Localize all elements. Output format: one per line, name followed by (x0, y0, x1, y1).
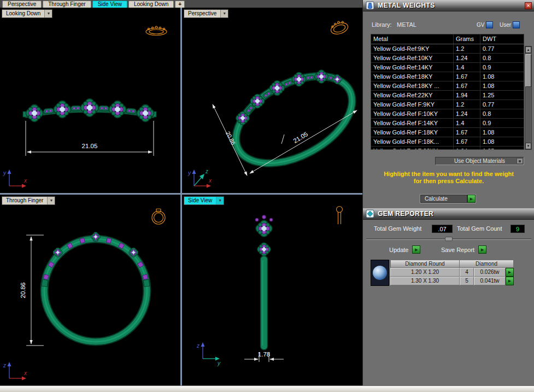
column-header-metal[interactable]: Metal (371, 34, 453, 44)
metal-row[interactable]: Yellow Gold-Ref:22KY1.941.25 (371, 91, 524, 100)
metal-row[interactable]: Yellow Gold-Ref F:18K...1.671.08 (371, 137, 524, 147)
metal-row[interactable]: Yellow Gold-Ref:18KY1.671.08 (371, 72, 524, 81)
update-button[interactable]: Update (389, 247, 408, 253)
metal-cell: 1.4 (453, 119, 480, 127)
user-icon[interactable] (513, 21, 520, 28)
gem-reporter-header: GEM REPORTER ✕ (363, 208, 534, 220)
metal-cell: 1.08 (480, 128, 524, 137)
viewport-title-perspective[interactable]: Perspective ▼ (184, 9, 228, 18)
calculate-go-icon[interactable]: ▶ (467, 195, 476, 203)
metal-cell: 1.67 (453, 72, 480, 81)
metal-row[interactable]: Yellow Gold-Ref F:14KY1.40.9 (371, 119, 524, 128)
viewport-title-side-view[interactable]: Side View ▼ (184, 196, 224, 205)
metal-cell: Yellow Gold-Ref F:9KY (371, 100, 453, 109)
tab-looking-down[interactable]: Looking Down (128, 1, 174, 8)
metal-table-scrollbar[interactable]: ▲ ▼ (525, 46, 532, 150)
status-bar (0, 385, 534, 392)
calculate-button[interactable]: Calculate (420, 195, 467, 203)
metal-cell: 1.08 (480, 137, 524, 146)
looking-down-canvas[interactable]: 21.05 y x (0, 8, 180, 193)
tab-perspective[interactable]: Perspective (2, 1, 42, 8)
viewport-title-label[interactable]: Perspective (184, 10, 220, 17)
metal-row[interactable]: Yellow Gold-Ref F:10KY1.240.8 (371, 109, 524, 119)
panel-splitter-handle[interactable] (445, 237, 453, 241)
gem-row-expand-icon[interactable]: ▶ (506, 277, 514, 285)
metal-row[interactable]: Yellow Gold-Ref F:9KY1.20.77 (371, 100, 524, 109)
chevron-down-icon[interactable]: ▼ (220, 10, 228, 17)
diamond-image (373, 266, 387, 280)
save-report-go-icon[interactable]: ▶ (478, 245, 486, 254)
svg-text:x: x (24, 178, 27, 184)
metal-cell: 1.08 (480, 72, 524, 81)
viewport-title-looking-down[interactable]: Looking Down ▼ (2, 9, 52, 18)
metal-cell: 0.9 (480, 63, 524, 72)
calculate-group: Calculate ▶ (420, 194, 476, 203)
viewport-title-label[interactable]: Looking Down (2, 10, 44, 17)
metal-row[interactable]: Yellow Gold-Ref:10KY1.240.8 (371, 54, 524, 63)
chevron-down-icon[interactable]: ▼ (216, 197, 224, 204)
metal-weights-header: METAL WEIGHTS ✕ (363, 0, 534, 11)
viewport-title-through-finger[interactable]: Through Finger ▼ (2, 196, 55, 205)
svg-text:y: y (3, 170, 7, 176)
metal-row[interactable]: Yellow Gold-Ref F:18KY1.671.08 (371, 128, 524, 137)
metal-cell: 0.8 (480, 54, 524, 62)
tab-through-finger[interactable]: Through Finger (43, 1, 91, 8)
viewport-perspective[interactable]: 21.05 20.86 y z x (182, 8, 362, 193)
viewport-title-label[interactable]: Side View (184, 197, 216, 204)
gem-table-body: 1.20 X 1.2040.026tw▶1.30 X 1.3050.041tw▶ (390, 268, 514, 285)
viewport-side-view[interactable]: 1.78 z y Side View ▼ (182, 195, 362, 385)
metal-table-header: Metal Grams DWT (371, 34, 524, 44)
user-button[interactable]: User (500, 21, 520, 28)
gem-table-header: Diamond Round Diamond (390, 260, 514, 268)
use-object-materials-menu-icon[interactable] (517, 158, 523, 164)
gv-button[interactable]: GV (477, 21, 493, 28)
use-object-materials-label: Use Object Materials (454, 158, 505, 164)
scroll-down-icon[interactable]: ▼ (525, 143, 531, 149)
axis-indicator: z y (196, 342, 221, 366)
metal-cell: Yellow Gold-Ref:18KY (371, 72, 453, 81)
scrollbar-thumb[interactable] (525, 54, 531, 87)
column-header-grams[interactable]: Grams (453, 34, 480, 44)
metal-cell: 1.24 (453, 109, 480, 118)
metal-cell: 1.2 (453, 100, 480, 109)
side-view-canvas[interactable]: 1.78 z y (182, 195, 362, 385)
gem-reporter-icon (366, 209, 374, 218)
instruction-text: Highlight the item you want to find the … (366, 171, 531, 185)
close-icon[interactable]: ✕ (525, 2, 532, 9)
total-gem-count-label: Total Gem Count (457, 225, 502, 232)
through-finger-canvas[interactable]: 20.86 z x (0, 195, 180, 385)
save-report-button[interactable]: Save Report (441, 247, 474, 253)
gv-icon[interactable] (486, 21, 493, 28)
metal-weights-icon (366, 1, 374, 10)
gem-weight-cell: 0.026tw (474, 268, 506, 277)
update-go-icon[interactable]: ▶ (412, 245, 420, 254)
chevron-down-icon[interactable]: ▼ (47, 197, 55, 204)
axis-indicator: y x (3, 169, 27, 188)
gem-row-expand-icon[interactable]: ▶ (506, 268, 514, 277)
tab-bar: PerspectiveThrough FingerSide ViewLookin… (0, 0, 362, 8)
viewport-looking-down[interactable]: 21.05 y x Looking Down ▼ (0, 8, 180, 193)
scroll-up-icon[interactable]: ▲ (525, 46, 531, 53)
metal-row[interactable]: Yellow Gold-Ref F:22KY1.941.25 (371, 147, 524, 150)
tab-new-viewport[interactable]: + (175, 1, 185, 8)
column-header-dwt[interactable]: DWT (480, 34, 524, 44)
metal-row[interactable]: Yellow Gold-Ref:9KY1.20.77 (371, 44, 524, 54)
metal-cell: 0.8 (480, 109, 524, 118)
metal-cell: Yellow Gold-Ref:10KY (371, 54, 453, 62)
library-label: Library: (372, 21, 392, 28)
metal-row[interactable]: Yellow Gold-Ref:14KY1.40.9 (371, 63, 524, 72)
tab-side-view[interactable]: Side View (92, 1, 127, 8)
gem-column-header-type: Diamond (460, 260, 514, 268)
total-gem-weight-label: Total Gem Weight (374, 225, 421, 232)
viewport-through-finger[interactable]: 20.86 z x Through Finger ▼ (0, 195, 180, 385)
chevron-down-icon[interactable]: ▼ (44, 10, 52, 17)
metal-cell: 1.24 (453, 54, 480, 62)
gem-row: 1.30 X 1.3050.041tw▶ (390, 277, 514, 285)
metal-cell: 0.77 (480, 44, 524, 53)
dimension-label: 21.05 (82, 143, 98, 149)
viewport-title-label[interactable]: Through Finger (2, 197, 47, 204)
use-object-materials-dropdown[interactable]: Use Object Materials (435, 157, 524, 165)
metal-row[interactable]: Yellow Gold-Ref:18KY ...1.671.08 (371, 81, 524, 91)
perspective-canvas[interactable]: 21.05 20.86 y z x (182, 8, 362, 193)
user-label: User (500, 22, 511, 28)
